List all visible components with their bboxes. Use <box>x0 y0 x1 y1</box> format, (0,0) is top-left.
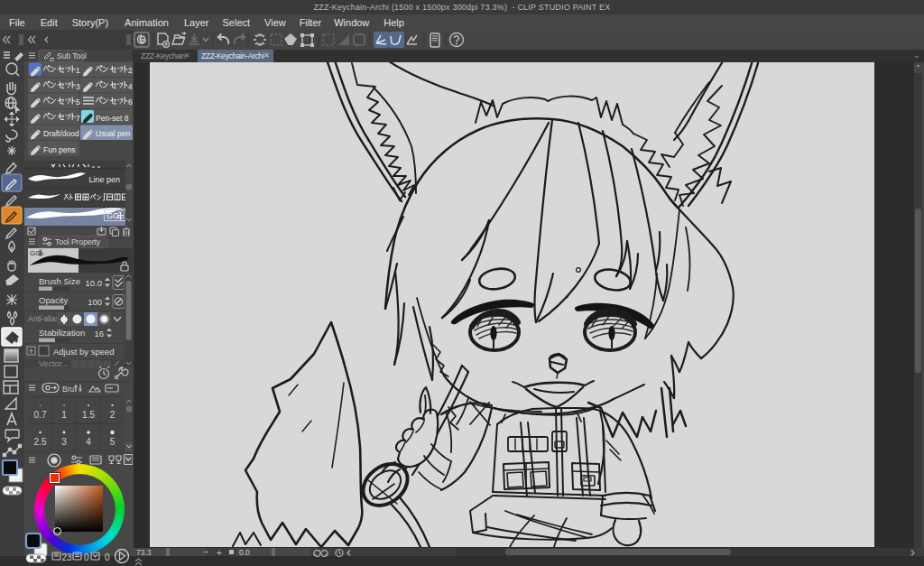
svg-text:2.5: 2.5 <box>34 437 47 447</box>
svg-text:Fun pens: Fun pens <box>43 145 75 154</box>
svg-text:Draft/dood: Draft/dood <box>43 129 79 138</box>
svg-text:6: 6 <box>128 97 133 107</box>
svg-text:Stabilization: Stabilization <box>39 328 85 338</box>
svg-text:Anti-alias: Anti-alias <box>28 314 60 323</box>
svg-text:GG: GG <box>106 211 119 220</box>
svg-text:10.0: 10.0 <box>86 278 103 288</box>
svg-text:−: − <box>203 547 208 557</box>
svg-text:Vector...: Vector... <box>39 359 69 368</box>
svg-text:0.7: 0.7 <box>34 410 47 420</box>
svg-text:1: 1 <box>76 66 80 75</box>
svg-text:4: 4 <box>86 437 91 447</box>
svg-text:3: 3 <box>76 82 80 91</box>
svg-text:Adjust by speed: Adjust by speed <box>53 347 115 357</box>
svg-text:23: 23 <box>62 552 73 562</box>
svg-text:3: 3 <box>61 437 67 447</box>
svg-text:Bru: Bru <box>62 385 75 394</box>
svg-text:Opacity: Opacity <box>39 295 68 305</box>
svg-text:5: 5 <box>76 97 80 107</box>
svg-text:GG: GG <box>30 249 41 257</box>
svg-text:2: 2 <box>110 410 116 420</box>
svg-text:Tool Property: Tool Property <box>55 237 101 246</box>
svg-text:0: 0 <box>105 552 110 562</box>
svg-text:Brush Size: Brush Size <box>39 276 80 286</box>
svg-text:1.5: 1.5 <box>82 410 95 420</box>
svg-text:Pen-set 8: Pen-set 8 <box>96 114 129 123</box>
svg-text:73.3: 73.3 <box>136 548 152 557</box>
svg-text:16: 16 <box>94 329 104 339</box>
svg-text:0: 0 <box>84 552 89 562</box>
svg-text:0.0: 0.0 <box>239 548 250 557</box>
svg-text:Usual pen: Usual pen <box>96 129 131 138</box>
svg-text:+: + <box>217 548 222 558</box>
svg-text:1: 1 <box>61 410 67 420</box>
svg-text:Sub Tool: Sub Tool <box>57 51 87 60</box>
svg-text:7: 7 <box>76 114 80 123</box>
svg-text:Line pen: Line pen <box>88 175 120 184</box>
svg-text:2: 2 <box>128 66 133 75</box>
svg-text:5: 5 <box>110 437 116 447</box>
svg-text:4: 4 <box>128 82 133 91</box>
svg-text:100: 100 <box>88 297 102 307</box>
